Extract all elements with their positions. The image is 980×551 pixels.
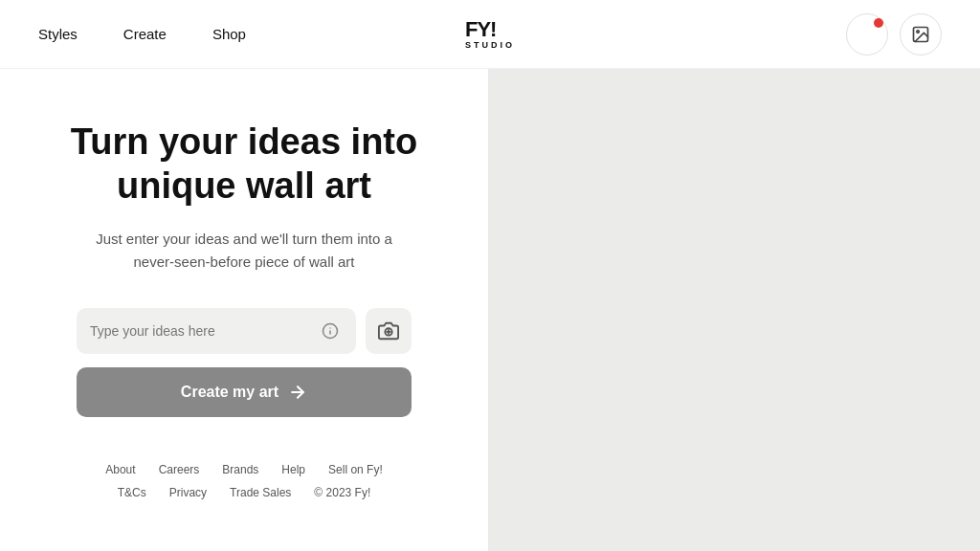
main-layout: Turn your ideas into unique wall art Jus… <box>0 69 980 551</box>
notification-dot <box>874 18 883 28</box>
arrow-right-icon <box>288 383 307 402</box>
header: Styles Create Shop FY! STUDIO <box>0 0 980 69</box>
image-icon <box>911 25 930 44</box>
idea-input[interactable] <box>90 323 318 339</box>
logo[interactable]: FY! STUDIO <box>465 19 515 50</box>
footer-copyright: © 2023 Fy! <box>314 486 370 499</box>
nav-right <box>846 13 942 55</box>
footer-privacy[interactable]: Privacy <box>169 486 207 499</box>
footer-about[interactable]: About <box>105 463 135 476</box>
left-panel: Turn your ideas into unique wall art Jus… <box>0 69 488 551</box>
create-art-label: Create my art <box>181 384 278 401</box>
footer-links: About Careers Brands Help Sell on Fy! T&… <box>57 463 431 499</box>
footer-row-2: T&Cs Privacy Trade Sales © 2023 Fy! <box>118 486 370 499</box>
footer-row-1: About Careers Brands Help Sell on Fy! <box>105 463 382 476</box>
camera-upload-button[interactable] <box>366 308 412 354</box>
footer-brands[interactable]: Brands <box>222 463 258 476</box>
footer-help[interactable]: Help <box>281 463 305 476</box>
nav-left: Styles Create Shop <box>38 26 246 42</box>
info-button[interactable] <box>318 322 343 340</box>
create-art-button[interactable]: Create my art <box>77 367 412 417</box>
nav-styles[interactable]: Styles <box>38 26 78 42</box>
logo-text: FY! <box>465 17 496 41</box>
hero-subtitle: Just enter your ideas and we'll turn the… <box>81 228 407 274</box>
nav-create[interactable]: Create <box>123 26 167 42</box>
text-input-wrapper <box>77 308 356 354</box>
footer-trade-sales[interactable]: Trade Sales <box>230 486 291 499</box>
image-button[interactable] <box>900 13 942 55</box>
hero-title: Turn your ideas into unique wall art <box>71 121 417 208</box>
footer-tcs[interactable]: T&Cs <box>118 486 146 499</box>
logo-studio: STUDIO <box>465 41 515 50</box>
nav-shop[interactable]: Shop <box>212 26 246 42</box>
info-icon <box>322 322 339 340</box>
footer-careers[interactable]: Careers <box>159 463 200 476</box>
notification-button[interactable] <box>846 13 888 55</box>
right-panel <box>488 69 980 551</box>
input-row <box>77 308 412 354</box>
footer-sell[interactable]: Sell on Fy! <box>328 463 383 476</box>
svg-point-1 <box>917 30 920 32</box>
camera-plus-icon <box>378 320 399 342</box>
